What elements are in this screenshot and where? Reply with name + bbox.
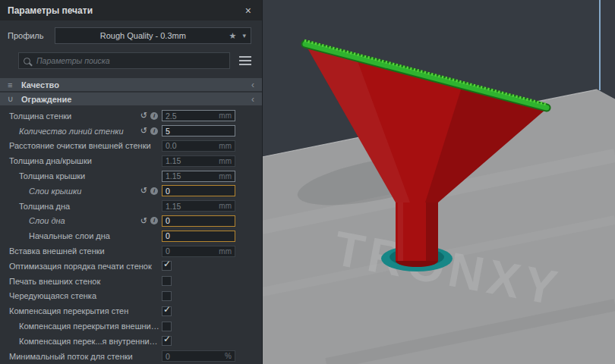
setting-checkbox[interactable] xyxy=(162,322,172,331)
setting-unit: mm xyxy=(219,247,232,256)
setting-checkbox[interactable]: ✓ xyxy=(162,336,172,346)
close-icon[interactable]: × xyxy=(242,5,254,17)
setting-control: 0 xyxy=(162,185,262,196)
setting-label: Оптимизация порядка печати стенок xyxy=(0,262,162,271)
settings-list: Толщина стенки↺i2.5mmКоличество линий ст… xyxy=(0,108,262,364)
revert-icon[interactable]: ↺ xyxy=(140,127,147,135)
star-icon[interactable]: ★ xyxy=(229,31,237,41)
setting-control: 0 xyxy=(162,215,262,227)
profile-label: Профиль xyxy=(8,31,55,40)
setting-control xyxy=(162,291,262,301)
setting-control xyxy=(162,322,262,331)
check-icon: ✓ xyxy=(163,334,171,344)
setting-checkbox[interactable]: ✓ xyxy=(162,306,172,316)
check-icon: ✓ xyxy=(163,259,171,269)
setting-value: 1.15 xyxy=(166,202,216,211)
settings-visibility-menu-icon[interactable] xyxy=(239,56,251,65)
setting-label: Слои крышки xyxy=(0,187,140,196)
setting-value: 0 xyxy=(166,187,232,196)
setting-row: Компенсация перекрытия стен✓ xyxy=(0,303,262,318)
setting-label: Вставка внешней стенки xyxy=(0,246,162,256)
search-input[interactable] xyxy=(35,55,225,66)
setting-row: Оптимизация порядка печати стенок✓ xyxy=(0,259,262,274)
setting-control: 0mm xyxy=(162,246,262,257)
setting-checkbox[interactable] xyxy=(162,276,172,286)
setting-row: Толщина дна1.15mm xyxy=(0,199,262,214)
setting-value: 0 xyxy=(166,231,232,240)
profile-value: Rough Quality - 0.3mm xyxy=(60,31,226,40)
info-icon[interactable]: i xyxy=(150,217,158,224)
setting-unit: mm xyxy=(219,142,232,150)
setting-value-input[interactable]: 0mm xyxy=(162,246,235,257)
setting-value-input[interactable]: 0 xyxy=(162,231,235,242)
revert-icon[interactable]: ↺ xyxy=(140,111,147,120)
viewport-3d[interactable]: TRONXY xyxy=(262,0,615,364)
collapse-chevron-icon[interactable]: ‹ xyxy=(251,80,254,90)
setting-value-input[interactable]: 5 xyxy=(162,125,235,136)
setting-unit: mm xyxy=(219,111,232,120)
setting-icons: ↺i xyxy=(140,111,158,120)
setting-checkbox[interactable]: ✓ xyxy=(162,261,172,271)
setting-value-input[interactable]: 0.0mm xyxy=(162,140,235,152)
setting-value: 0 xyxy=(166,246,216,256)
setting-icons: ↺i xyxy=(140,127,158,135)
panel-header: Параметры печати × xyxy=(0,0,262,20)
setting-label: Чередующаяся стенка xyxy=(0,291,162,300)
setting-control: 2.5mm xyxy=(162,110,262,121)
setting-icons: ↺i xyxy=(140,187,158,195)
setting-label: Количество линий стенки xyxy=(0,127,140,136)
setting-unit: % xyxy=(225,352,232,360)
model-stem-shading xyxy=(426,197,438,261)
section-headers: ≡ Качество ‹ ∪ Ограждение ‹ xyxy=(0,78,262,107)
info-icon[interactable]: i xyxy=(150,112,158,120)
setting-value-input[interactable]: 0 xyxy=(162,185,235,196)
setting-row: Печать внешних стенок xyxy=(0,274,262,289)
setting-value-input[interactable]: 0 xyxy=(162,215,235,227)
setting-label: Толщина дна xyxy=(0,202,162,211)
setting-row: Расстояние очистки внешней стенки0.0mm xyxy=(0,139,262,154)
setting-row: Толщина дна/крышки1.15mm xyxy=(0,153,262,168)
setting-row: Начальные слои дна0 xyxy=(0,228,262,243)
walls-section-icon: ∪ xyxy=(8,94,21,104)
revert-icon[interactable]: ↺ xyxy=(140,217,147,225)
setting-control: 0.0mm xyxy=(162,140,262,152)
search-row xyxy=(18,52,254,69)
collapse-chevron-icon[interactable]: ‹ xyxy=(251,94,254,105)
search-box[interactable] xyxy=(18,52,230,69)
setting-value-input[interactable]: 1.15mm xyxy=(162,171,235,182)
setting-row: Компенсация перекрытия внешних стен xyxy=(0,318,262,334)
setting-value: 0.0 xyxy=(166,141,216,150)
setting-unit: mm xyxy=(219,202,232,210)
setting-unit: mm xyxy=(219,172,232,180)
setting-value-input[interactable]: 0% xyxy=(162,350,235,362)
setting-label: Слои дна xyxy=(0,216,140,225)
setting-value-input[interactable]: 1.15mm xyxy=(162,155,235,167)
setting-value: 1.15 xyxy=(166,171,216,180)
setting-control: 0% xyxy=(162,350,262,362)
setting-row: Слои крышки↺i0 xyxy=(0,184,262,199)
setting-control: 5 xyxy=(162,125,262,136)
setting-checkbox[interactable] xyxy=(162,291,172,301)
info-icon[interactable]: i xyxy=(150,127,158,135)
setting-control xyxy=(162,276,262,286)
setting-unit: mm xyxy=(219,157,232,165)
setting-value-input[interactable]: 1.15mm xyxy=(162,200,235,212)
setting-row: Минимальный поток для стенки0% xyxy=(0,349,262,364)
setting-control: ✓ xyxy=(162,261,262,271)
section-walls[interactable]: ∪ Ограждение ‹ xyxy=(0,93,262,105)
setting-row: Чередующаяся стенка xyxy=(0,289,262,304)
profile-select[interactable]: Rough Quality - 0.3mm ★ ▾ xyxy=(55,27,251,44)
setting-control: ✓ xyxy=(162,336,262,346)
setting-label: Толщина стенки xyxy=(0,111,140,121)
setting-row: Слои дна↺i0 xyxy=(0,214,262,229)
revert-icon[interactable]: ↺ xyxy=(140,187,147,195)
setting-control: 1.15mm xyxy=(162,171,262,182)
info-icon[interactable]: i xyxy=(150,187,158,195)
setting-value: 5 xyxy=(166,127,232,136)
setting-label: Компенсация перекрытия внешних стен xyxy=(0,322,162,331)
setting-value: 0 xyxy=(166,352,222,361)
setting-label: Начальные слои дна xyxy=(0,231,162,240)
setting-value-input[interactable]: 2.5mm xyxy=(162,110,235,121)
quality-section-icon: ≡ xyxy=(8,80,21,89)
section-quality[interactable]: ≡ Качество ‹ xyxy=(0,78,262,91)
